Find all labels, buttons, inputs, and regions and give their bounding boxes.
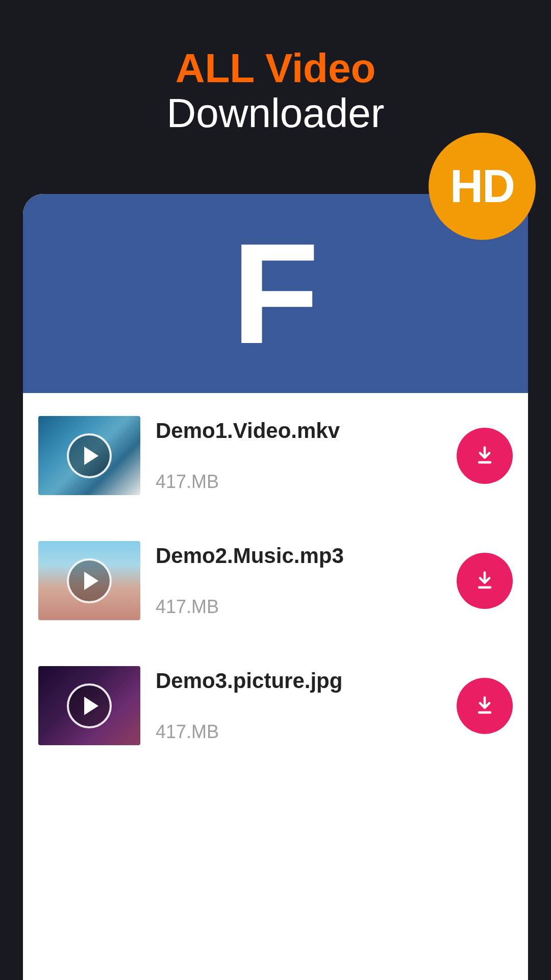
hd-badge: HD [429, 133, 536, 240]
item-title: Demo3.picture.jpg [156, 669, 441, 693]
hd-badge-text: HD [450, 160, 514, 213]
item-info: Demo2.Music.mp3 417.MB [156, 541, 441, 620]
item-info: Demo3.picture.jpg 417.MB [156, 666, 441, 745]
download-icon [473, 695, 496, 717]
play-icon [67, 683, 112, 728]
download-icon [473, 570, 496, 592]
item-info: Demo1.Video.mkv 417.MB [156, 416, 441, 495]
list-item: Demo3.picture.jpg 417.MB [38, 643, 513, 768]
app-title: ALL Video Downloader [0, 0, 551, 136]
download-icon [473, 445, 496, 467]
download-button[interactable] [457, 678, 513, 734]
item-size: 417.MB [156, 721, 441, 743]
main-card: F Demo1.Video.mkv 417.MB [23, 194, 528, 980]
video-thumbnail[interactable] [38, 541, 140, 620]
video-thumbnail[interactable] [38, 666, 140, 745]
download-button[interactable] [457, 553, 513, 609]
list-item: Demo2.Music.mp3 417.MB [38, 518, 513, 643]
title-line1: ALL Video [0, 46, 551, 91]
item-size: 417.MB [156, 471, 441, 493]
download-list: Demo1.Video.mkv 417.MB Demo2.Music.mp3 4… [23, 393, 528, 768]
play-icon [67, 558, 112, 603]
item-title: Demo1.Video.mkv [156, 419, 441, 443]
download-button[interactable] [457, 428, 513, 484]
title-line2: Downloader [0, 91, 551, 136]
item-title: Demo2.Music.mp3 [156, 544, 441, 568]
list-item: Demo1.Video.mkv 417.MB [38, 393, 513, 518]
play-icon [67, 433, 112, 478]
item-size: 417.MB [156, 596, 441, 618]
facebook-letter: F [232, 212, 319, 376]
video-thumbnail[interactable] [38, 416, 140, 495]
